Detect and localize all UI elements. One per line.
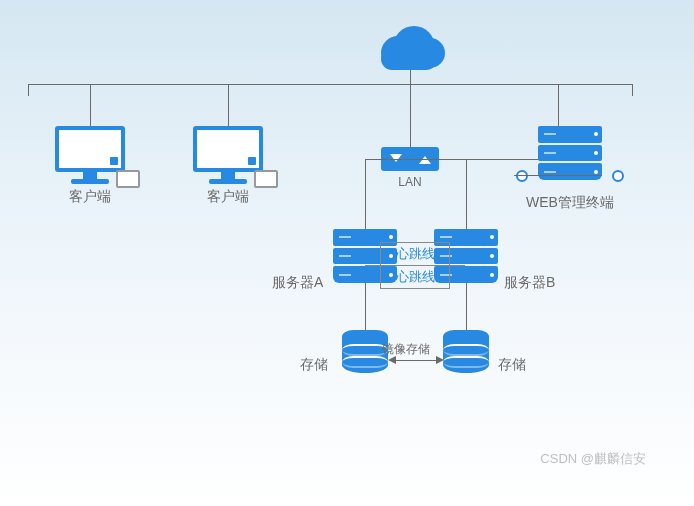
line-serverB-storage <box>466 283 467 330</box>
web-terminal: WEB管理终端 <box>526 126 614 212</box>
server-a-label: 服务器A <box>272 274 323 292</box>
drop-serverB <box>466 159 467 229</box>
mirror-arrow-left <box>388 356 396 364</box>
pc-tower-icon <box>116 170 140 188</box>
mirror-arrow-line <box>395 360 437 361</box>
mirror-arrow-right <box>436 356 444 364</box>
client-2: 客户端 <box>192 126 264 206</box>
drop-lan <box>410 84 411 147</box>
web-terminal-label: WEB管理终端 <box>526 194 614 212</box>
drop-serverA <box>365 159 366 229</box>
lan-switch: LAN <box>381 147 439 189</box>
heartbeat-label-1: 心跳线 <box>396 245 435 263</box>
drop-client2 <box>228 84 229 126</box>
heartbeat-divider <box>365 265 465 266</box>
server-b-label: 服务器B <box>504 274 555 292</box>
heartbeat-label-2: 心跳线 <box>396 268 435 286</box>
bus-end-left <box>28 84 29 96</box>
storage-b <box>443 330 489 376</box>
cloud-icon <box>375 24 445 70</box>
client-1-label: 客户端 <box>69 188 111 206</box>
line-serverA-storage <box>365 283 366 330</box>
client-1: 客户端 <box>54 126 126 206</box>
network-dot-icon <box>516 170 528 182</box>
heartbeat-link: 心跳线 心跳线 <box>380 242 450 289</box>
pc-tower-icon <box>254 170 278 188</box>
lan-label: LAN <box>398 175 421 189</box>
network-dot-icon <box>612 170 624 182</box>
topology-diagram: 客户端 客户端 LAN WEB管理终端 服务器A <box>0 0 694 506</box>
web-dot-line <box>514 175 602 176</box>
bus-end-right <box>632 84 633 96</box>
client-2-label: 客户端 <box>207 188 249 206</box>
drop-client1 <box>90 84 91 126</box>
storage-b-label: 存储 <box>498 356 526 374</box>
watermark-text: CSDN @麒麟信安 <box>540 450 646 468</box>
bus-line-top <box>28 84 632 85</box>
monitor-icon <box>54 126 126 184</box>
storage-a-label: 存储 <box>300 356 328 374</box>
server-rack-icon <box>538 126 602 180</box>
monitor-icon <box>192 126 264 184</box>
database-icon <box>443 330 489 376</box>
drop-web <box>558 84 559 126</box>
